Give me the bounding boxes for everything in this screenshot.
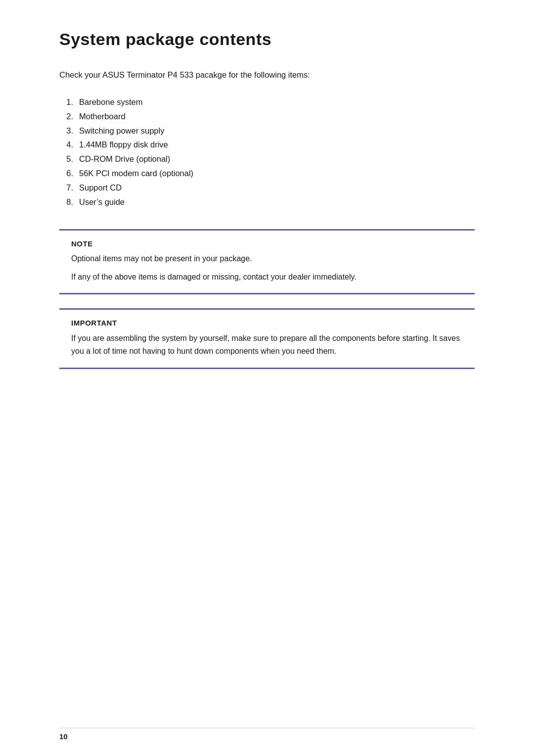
note-label: NOTE <box>71 239 463 248</box>
note-paragraph: Optional items may not be present in you… <box>71 253 463 265</box>
list-item: 2.Motherboard <box>59 109 475 124</box>
list-item-text: CD-ROM Drive (optional) <box>79 152 170 166</box>
list-item-text: Switching power supply <box>79 124 164 138</box>
list-item-number: 1. <box>59 95 73 109</box>
list-item-text: 56K PCI modem card (optional) <box>79 166 193 181</box>
list-item-number: 5. <box>59 152 73 166</box>
list-item: 1.Barebone system <box>59 95 475 109</box>
list-item-number: 2. <box>59 109 73 124</box>
note-paragraph: If any of the above items is damaged or … <box>71 271 463 284</box>
list-item-number: 7. <box>59 181 73 195</box>
list-item-text: Motherboard <box>79 109 126 124</box>
page-title: System package contents <box>59 30 475 49</box>
important-label: IMPORTANT <box>71 319 463 327</box>
intro-text: Check your ASUS Terminator P4 533 pacakg… <box>59 69 475 81</box>
list-item-number: 4. <box>59 138 73 152</box>
list-item: 3.Switching power supply <box>59 124 475 138</box>
important-text: If you are assembling the system by your… <box>71 332 463 357</box>
list-item: 8.User’s guide <box>59 195 475 209</box>
list-item: 7.Support CD <box>59 181 475 195</box>
list-item-text: User’s guide <box>79 195 125 209</box>
page-footer: 10 <box>59 728 475 741</box>
list-item: 5.CD-ROM Drive (optional) <box>59 152 475 166</box>
list-item-number: 8. <box>59 195 73 209</box>
list-item-number: 3. <box>59 124 73 138</box>
package-list: 1.Barebone system2.Motherboard3.Switchin… <box>59 95 475 209</box>
list-item-number: 6. <box>59 166 73 181</box>
page: System package contents Check your ASUS … <box>0 0 534 756</box>
list-item: 4.1.44MB floppy disk drive <box>59 138 475 152</box>
important-box: IMPORTANT If you are assembling the syst… <box>59 308 475 369</box>
list-item: 6.56K PCI modem card (optional) <box>59 166 475 181</box>
list-item-text: Support CD <box>79 181 122 195</box>
page-number: 10 <box>59 732 68 741</box>
note-text: Optional items may not be present in you… <box>71 253 463 284</box>
list-item-text: Barebone system <box>79 95 142 109</box>
list-item-text: 1.44MB floppy disk drive <box>79 138 168 152</box>
note-box: NOTE Optional items may not be present i… <box>59 229 475 295</box>
